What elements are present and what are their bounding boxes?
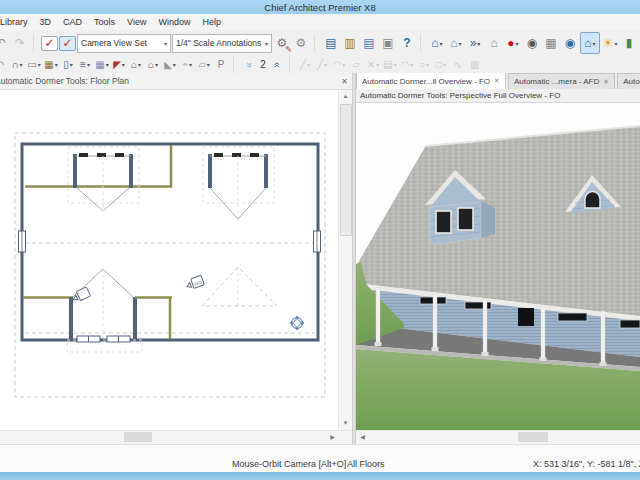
dormer-tools-icon[interactable]: ⌂▾ — [128, 57, 144, 72]
full-overview-camera-icon[interactable]: ⌂▾ — [428, 33, 446, 53]
help-icon: ? — [403, 37, 410, 49]
skylight-tools-icon[interactable]: ▱▾ — [196, 57, 212, 72]
roof-tools-icon[interactable]: ◤▾ — [111, 57, 127, 72]
chevron-down-icon: ▾ — [207, 61, 210, 68]
tab-close-icon[interactable]: ✕ — [603, 78, 609, 86]
floor-down-icon: » — [244, 62, 254, 68]
stair-tools-icon[interactable]: ≡▾ — [77, 57, 93, 72]
view-tab-0[interactable]: Automatic Dormer...ll Overview - FO✕ — [356, 73, 506, 89]
menu-library[interactable]: Library — [0, 14, 34, 30]
hscroll-thumb[interactable] — [124, 432, 152, 442]
preferences-icon: ▣ — [382, 37, 393, 49]
chevron-down-icon: ▾ — [138, 61, 141, 68]
curve-tools-icon: ◠ — [401, 60, 410, 70]
window-title: Chief Architect Premier X8 — [264, 2, 375, 13]
roof-plane-icon[interactable]: ◣▾ — [162, 57, 178, 72]
render-viewport[interactable] — [356, 103, 640, 430]
overview-camera-symbol[interactable] — [290, 316, 305, 331]
perspective-camera-icon[interactable]: ⌂▾ — [447, 33, 465, 53]
floor-plan-canvas[interactable]: AFD — [0, 90, 339, 430]
status-bar: Mouse-Orbit Camera [Alt+O] All Floors X:… — [0, 444, 640, 473]
floor-plan-vscrollbar[interactable]: ▲ ▼ — [338, 90, 352, 430]
taskbar-strip — [0, 472, 640, 480]
toolbar-separator — [420, 34, 427, 52]
layer-display-options-icon[interactable]: ▤ — [360, 33, 378, 53]
redo-icon[interactable]: ↷ — [11, 33, 29, 53]
scroll-up-icon[interactable]: ▲ — [339, 90, 352, 103]
scale-annotations-dropdown[interactable]: 1/4" Scale Annotations▾ — [172, 34, 272, 53]
terrain-tools-icon[interactable]: ◓▾ — [179, 57, 195, 72]
floor-plan-hscrollbar[interactable]: ▶ — [0, 430, 352, 444]
material-region-icon[interactable]: ▦▾ — [94, 57, 110, 72]
menu-window[interactable]: Window — [152, 14, 196, 30]
roof-tools-icon: ◤ — [113, 60, 121, 70]
sunlight-icon[interactable]: ☀▾ — [601, 33, 619, 53]
full-overview-camera-icon: ⌂ — [431, 37, 438, 49]
perspective-pane-header[interactable]: Automatic Dormer Tools: Perspective Full… — [356, 89, 640, 103]
scroll-down-icon[interactable]: ▼ — [339, 417, 352, 430]
menu-3d[interactable]: 3D — [34, 14, 58, 30]
undo-icon[interactable]: ↶ — [0, 33, 10, 53]
floor-plan-pane-header[interactable]: Automatic Dormer Tools: Floor Plan ✕ — [0, 73, 352, 90]
print-icon[interactable]: ▦ — [542, 33, 560, 53]
chevron-down-icon: ▾ — [70, 61, 73, 68]
cabinet-tools-icon[interactable]: ▦▾ — [43, 57, 59, 72]
view-tab-1[interactable]: Automatic ...mera - AFD✕ — [508, 73, 615, 89]
chevron-down-icon: ▾ — [164, 40, 167, 47]
menu-cad[interactable]: CAD — [57, 14, 88, 30]
tab-label: Autor — [623, 77, 640, 86]
screenshot-camera-icon[interactable]: ◉ — [561, 33, 579, 53]
project-browser-icon[interactable]: ▤ — [322, 33, 340, 53]
elevation-camera-icon[interactable]: ⌂ — [485, 33, 503, 53]
hscroll-thumb[interactable] — [518, 432, 548, 442]
person-marker-icon: P — [218, 60, 225, 70]
floor-up-icon[interactable]: » — [269, 57, 285, 72]
draw-line-icon: ╱ — [317, 60, 323, 70]
curve-tools-icon: ◠▾ — [399, 57, 415, 72]
fixture-tools-icon[interactable]: ▯▾ — [60, 57, 76, 72]
preferences-icon[interactable]: ▣ — [379, 33, 397, 53]
status-camera-mode: Mouse-Orbit Camera [Alt+O] — [232, 459, 346, 469]
auto-dormer-icon[interactable]: ⌂▾ — [145, 57, 161, 72]
menu-help[interactable]: Help — [196, 14, 227, 30]
walkthrough-icon[interactable]: »▾ — [466, 33, 484, 53]
record-walkthrough-icon[interactable]: ●▾ — [504, 33, 522, 53]
camera-symbol-left[interactable] — [72, 287, 90, 301]
auto-annotation-checkbox-icon[interactable]: ✓ — [59, 36, 76, 51]
camera-view-set-dropdown[interactable]: Camera View Set▾ — [77, 34, 171, 53]
help-icon[interactable]: ? — [398, 33, 416, 53]
toolbar-separator — [314, 34, 321, 52]
tab-label: Automatic Dormer...ll Overview - FO — [362, 77, 490, 86]
chevron-down-icon: ▾ — [87, 61, 90, 68]
person-marker-icon[interactable]: P — [213, 57, 229, 72]
edit-annotation-set-icon[interactable]: ⚙✎ — [273, 33, 291, 53]
annotation-sets-icon[interactable]: ✓ — [41, 36, 58, 51]
door-tools-icon[interactable]: ∩▾ — [9, 57, 25, 72]
annotation-wrench-icon[interactable]: ⚙ — [292, 33, 310, 53]
window-tools-icon[interactable]: ▭▾ — [26, 57, 42, 72]
chevron-down-icon: ▾ — [342, 61, 345, 68]
scroll-right-icon[interactable]: ▶ — [326, 431, 339, 444]
view-tab-2[interactable]: Autor — [617, 73, 640, 89]
arc-partial-icon[interactable]: ◠ — [0, 57, 8, 72]
menu-view[interactable]: View — [121, 14, 152, 30]
camera-icon[interactable]: ◉ — [523, 33, 541, 53]
tab-close-icon[interactable]: ✕ — [494, 77, 500, 85]
camera-symbol-afd[interactable]: AFD — [186, 275, 204, 288]
scroll-left-icon[interactable]: ◀ — [356, 431, 369, 444]
chevron-down-icon: ▾ — [410, 61, 413, 68]
floor-down-icon[interactable]: » — [241, 57, 257, 72]
toolbar-separator — [33, 34, 40, 52]
vscroll-thumb[interactable] — [340, 104, 352, 236]
title-bar[interactable]: Chief Architect Premier X8 — [0, 0, 640, 14]
library-browser-icon[interactable]: ▥ — [341, 33, 359, 53]
close-icon[interactable]: ✕ — [337, 77, 352, 86]
delete-objects-icon: ✕▾ — [365, 57, 381, 72]
render-hscrollbar[interactable]: ◀ — [356, 430, 640, 444]
perspective-pane-title: Automatic Dormer Tools: Perspective Full… — [356, 91, 560, 100]
view-tools-icon[interactable]: ⌂▾ — [580, 32, 600, 54]
circle-tools-icon: ○▾ — [416, 57, 432, 72]
spray-can-icon[interactable]: ▮ — [620, 33, 638, 53]
menu-tools[interactable]: Tools — [88, 14, 121, 30]
chevron-down-icon: ▾ — [440, 40, 443, 47]
